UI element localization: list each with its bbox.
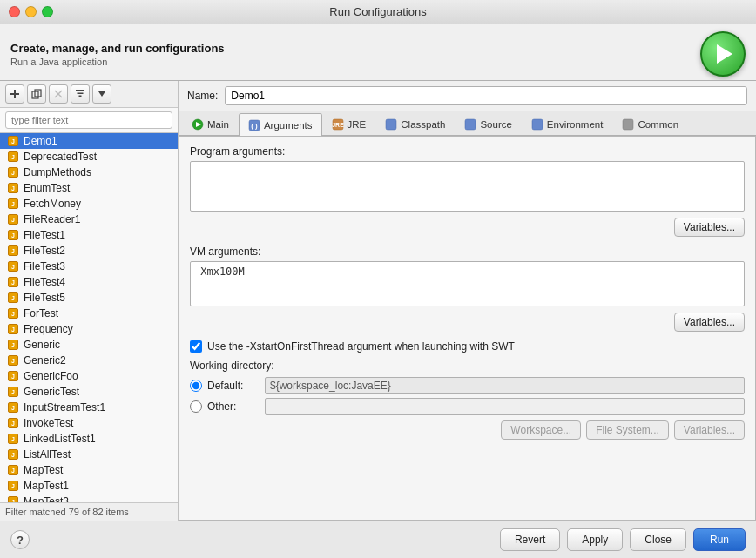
sidebar-item[interactable]: JInvokeTest [0, 415, 178, 431]
program-args-variables-button[interactable]: Variables... [674, 218, 745, 237]
body-area: JDemo1JDeprecatedTestJDumpMethodsJEnumTe… [0, 80, 756, 521]
header-subtitle: Run a Java application [10, 57, 225, 67]
delete-config-button[interactable] [49, 84, 68, 104]
name-input[interactable] [225, 86, 747, 105]
svg-rect-8 [79, 96, 82, 97]
window-controls[interactable] [9, 6, 53, 17]
main-tab-icon [192, 118, 204, 131]
window-title: Run Configurations [329, 5, 426, 18]
sidebar-item[interactable]: JDeprecatedTest [0, 149, 178, 165]
java-icon: J [7, 339, 19, 351]
workdir-variables-button[interactable]: Variables... [674, 420, 745, 440]
sidebar-item[interactable]: JFileTest5 [0, 290, 178, 306]
sidebar-item[interactable]: JLinkedListTest1 [0, 431, 178, 447]
help-button[interactable]: ? [10, 530, 30, 549]
tab-arguments[interactable]: ( )Arguments [239, 113, 322, 136]
sidebar: JDemo1JDeprecatedTestJDumpMethodsJEnumTe… [0, 81, 179, 521]
sidebar-item[interactable]: JDumpMethods [0, 165, 178, 180]
svg-rect-17 [465, 119, 476, 130]
revert-button[interactable]: Revert [500, 528, 560, 551]
content-area: Name: Main( )ArgumentsJREJREClasspathSou… [179, 81, 756, 521]
sidebar-footer: Filter matched 79 of 82 items [0, 502, 178, 521]
java-icon: J [7, 166, 19, 178]
run-button[interactable]: Run [693, 528, 746, 551]
java-icon: J [7, 213, 19, 225]
default-radio-row: Default: [190, 377, 745, 394]
workspace-button[interactable]: Workspace... [501, 420, 581, 440]
other-radio[interactable] [190, 400, 202, 413]
new-config-button[interactable] [5, 84, 24, 104]
sidebar-item[interactable]: JFileReader1 [0, 212, 178, 227]
sidebar-item[interactable]: JFileTest2 [0, 243, 178, 259]
filesystem-button[interactable]: File System... [586, 420, 669, 440]
more-config-button[interactable] [92, 84, 111, 104]
java-icon: J [7, 354, 19, 366]
bottom-left: ? [10, 530, 30, 549]
sidebar-item[interactable]: JGenericFoo [0, 368, 178, 384]
default-dir-input [265, 377, 745, 394]
java-icon: J [7, 198, 19, 210]
other-dir-input[interactable] [265, 398, 745, 415]
java-icon: J [7, 135, 19, 147]
java-icon: J [7, 292, 19, 304]
header-title: Create, manage, and run configurations [10, 42, 225, 55]
working-dir-section: Working directory: Default: Other: Works… [190, 360, 745, 440]
close-button[interactable] [9, 6, 20, 17]
run-big-button[interactable] [700, 31, 746, 77]
apply-button[interactable]: Apply [567, 528, 623, 551]
svg-rect-16 [386, 119, 396, 130]
java-icon: J [7, 229, 19, 241]
svg-rect-19 [623, 119, 633, 130]
default-radio[interactable] [190, 380, 202, 392]
java-icon: J [7, 417, 19, 429]
sidebar-item[interactable]: JListAllTest [0, 447, 178, 462]
sidebar-item[interactable]: JFrequency [0, 321, 178, 337]
sidebar-item[interactable]: JFileTest1 [0, 227, 178, 243]
java-icon: J [7, 276, 19, 288]
minimize-button[interactable] [25, 6, 37, 17]
swt-checkbox[interactable] [190, 340, 202, 353]
arguments-tab-icon: ( ) [248, 119, 260, 131]
tab-classpath[interactable]: Classpath [375, 113, 455, 135]
filter-input[interactable] [5, 111, 172, 129]
tab-main[interactable]: Main [182, 113, 239, 135]
vm-args-input[interactable] [190, 261, 745, 306]
sidebar-item[interactable]: JGeneric [0, 337, 178, 353]
tab-common[interactable]: Common [612, 113, 688, 135]
java-icon: J [7, 151, 19, 163]
tab-source[interactable]: Source [455, 113, 521, 135]
sidebar-item[interactable]: JFetchMoney [0, 196, 178, 212]
sidebar-item[interactable]: JInputStreamTest1 [0, 400, 178, 415]
classpath-tab-icon [385, 118, 397, 131]
vm-args-variables-button[interactable]: Variables... [674, 313, 745, 332]
swt-checkbox-label: Use the -XstartOnFirstThread argument wh… [207, 340, 515, 353]
sidebar-filter [0, 108, 178, 133]
sidebar-item[interactable]: JEnumTest [0, 180, 178, 196]
sidebar-item[interactable]: JGenericTest [0, 384, 178, 400]
sidebar-item[interactable]: JMapTest [0, 462, 178, 478]
svg-rect-7 [78, 93, 84, 95]
sidebar-item[interactable]: JFileTest3 [0, 259, 178, 274]
filter-config-button[interactable] [71, 84, 90, 104]
jre-tab-icon: JRE [332, 118, 344, 131]
java-icon: J [7, 323, 19, 335]
main-container: Create, manage, and run configurations R… [0, 24, 756, 558]
sidebar-item[interactable]: JMapTest1 [0, 478, 178, 494]
duplicate-config-button[interactable] [27, 84, 46, 104]
sidebar-item[interactable]: JGeneric2 [0, 353, 178, 368]
sidebar-item[interactable]: JMapTest3 [0, 494, 178, 502]
java-icon: J [7, 370, 19, 382]
program-args-input[interactable] [190, 161, 745, 212]
sidebar-item[interactable]: JDemo1 [0, 133, 178, 149]
top-header: Create, manage, and run configurations R… [0, 24, 756, 80]
svg-text:( ): ( ) [251, 122, 258, 130]
working-dir-label: Working directory: [190, 360, 745, 372]
close-button[interactable]: Close [630, 528, 686, 551]
maximize-button[interactable] [42, 6, 53, 17]
sidebar-item[interactable]: JFileTest4 [0, 274, 178, 290]
tab-content: Program arguments: Variables... VM argum… [179, 136, 756, 521]
tab-jre[interactable]: JREJRE [322, 113, 376, 135]
tab-environment[interactable]: Environment [522, 113, 613, 135]
sidebar-item[interactable]: JForTest [0, 306, 178, 321]
svg-rect-18 [532, 119, 543, 130]
